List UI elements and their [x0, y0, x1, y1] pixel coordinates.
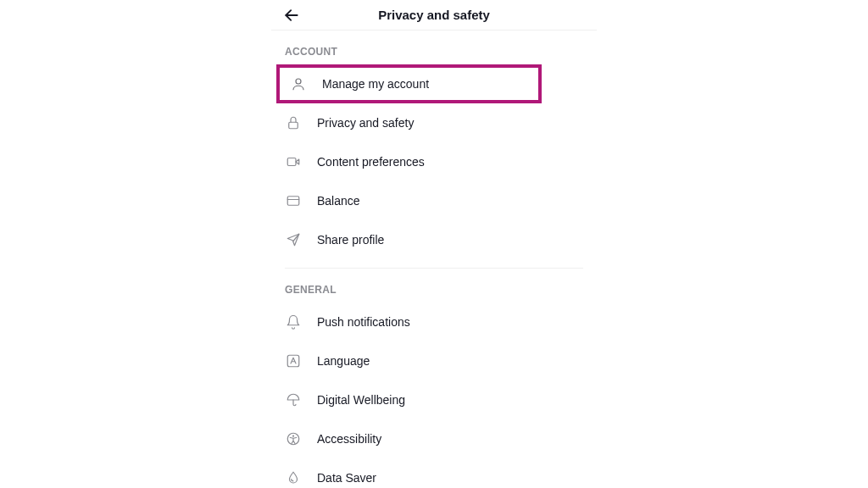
menu-item-language[interactable]: Language: [271, 341, 597, 380]
arrow-left-icon: [283, 7, 300, 24]
header: Privacy and safety: [271, 0, 597, 30]
menu-label: Data Saver: [317, 471, 376, 485]
svg-point-8: [292, 435, 294, 437]
menu-item-balance[interactable]: Balance: [271, 181, 597, 220]
accessibility-icon: [285, 430, 302, 447]
menu-label: Content preferences: [317, 155, 425, 169]
menu-item-share-profile[interactable]: Share profile: [271, 220, 597, 259]
menu-label: Privacy and safety: [317, 116, 414, 130]
section-header-general: GENERAL: [271, 269, 597, 302]
settings-container: Privacy and safety ACCOUNT Manage my acc…: [271, 0, 597, 488]
menu-label: Share profile: [317, 233, 384, 247]
menu-item-accessibility[interactable]: Accessibility: [271, 419, 597, 458]
page-title: Privacy and safety: [271, 8, 597, 22]
svg-rect-6: [287, 355, 299, 367]
bell-icon: [285, 313, 302, 330]
svg-rect-2: [289, 122, 298, 129]
language-icon: [285, 352, 302, 369]
svg-rect-4: [287, 197, 299, 206]
menu-item-digital-wellbeing[interactable]: Digital Wellbeing: [271, 380, 597, 419]
wallet-icon: [285, 192, 302, 209]
droplet-icon: [285, 469, 302, 486]
video-icon: [285, 153, 302, 170]
menu-label: Manage my account: [322, 77, 429, 91]
section-header-account: ACCOUNT: [271, 30, 597, 64]
umbrella-icon: [285, 391, 302, 408]
svg-point-1: [296, 79, 301, 84]
svg-rect-3: [287, 158, 296, 166]
menu-item-push-notifications[interactable]: Push notifications: [271, 302, 597, 341]
menu-label: Push notifications: [317, 315, 410, 329]
menu-item-content-preferences[interactable]: Content preferences: [271, 142, 597, 181]
menu-label: Language: [317, 354, 370, 368]
menu-item-manage-account[interactable]: Manage my account: [276, 64, 542, 103]
person-icon: [290, 75, 307, 92]
share-icon: [285, 231, 302, 248]
menu-item-privacy-safety[interactable]: Privacy and safety: [271, 103, 597, 142]
back-button[interactable]: [281, 5, 302, 25]
menu-item-data-saver[interactable]: Data Saver: [271, 458, 597, 488]
menu-label: Balance: [317, 194, 360, 208]
menu-label: Digital Wellbeing: [317, 393, 405, 407]
lock-icon: [285, 114, 302, 131]
menu-label: Accessibility: [317, 432, 381, 446]
